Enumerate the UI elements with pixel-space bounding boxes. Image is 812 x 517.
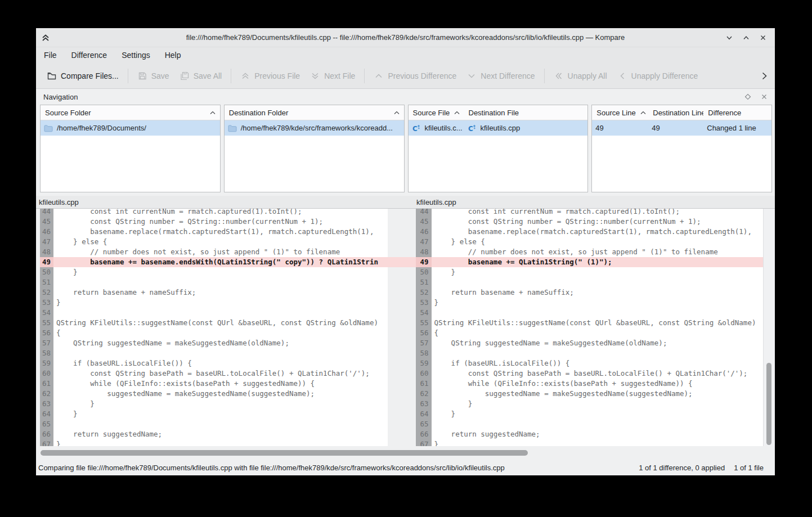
code-line[interactable]: 67 } <box>416 439 764 446</box>
files-row[interactable]: C kfileutils.c... C kfileutils.cpp <box>409 120 588 136</box>
code-line[interactable]: 54 <box>416 308 764 318</box>
difference-header-label: Difference <box>708 109 741 117</box>
code-line[interactable]: 60 const QString basePath = baseURL.toLo… <box>416 368 764 379</box>
source-folder-column-header[interactable]: Source Folder <box>41 105 220 120</box>
code-line[interactable]: 61 while (QFileInfo::exists(basePath + s… <box>40 379 388 389</box>
panel-float-button[interactable] <box>744 93 751 100</box>
code-line[interactable]: 53 } <box>40 298 388 308</box>
code-line[interactable]: 57 QString suggestedName = makeSuggested… <box>416 338 764 348</box>
code-line[interactable]: 49 basename += basename.endsWith(QLatin1… <box>40 257 388 267</box>
destination-folder-row[interactable]: /home/fhek789/kde/src/frameworks/kcoread… <box>225 120 404 136</box>
unapply-difference-button[interactable]: Unapply Difference <box>612 66 703 86</box>
code-line[interactable]: 51 <box>40 277 388 287</box>
code-line[interactable]: 59 if (baseURL.isLocalFile()) { <box>40 358 388 368</box>
code-line[interactable]: 48 // number does not exist, so just app… <box>40 247 388 257</box>
menu-difference[interactable]: Difference <box>64 47 115 63</box>
difference-row[interactable]: 49 49 Changed 1 line <box>592 120 771 136</box>
toolbar-separator <box>364 69 365 83</box>
panel-close-button[interactable] <box>761 93 768 100</box>
code-line[interactable]: 55 QString KFileUtils::suggestName(const… <box>416 318 764 328</box>
code-line[interactable]: 50 } <box>416 267 764 277</box>
source-line-column-header[interactable]: Source Line <box>592 105 648 120</box>
code-line[interactable]: 56 { <box>416 328 764 338</box>
line-text: if (baseURL.isLocalFile()) { <box>53 358 388 368</box>
toolbar-overflow-button[interactable] <box>760 63 768 88</box>
code-line[interactable]: 58 <box>40 348 388 358</box>
compare-files-button[interactable]: Compare Files... <box>42 66 124 86</box>
code-line[interactable]: 48 // number does not exist, so just app… <box>416 247 764 257</box>
cpp-file-icon: C <box>468 124 477 133</box>
code-line[interactable]: 46 basename.replace(rmatch.capturedStart… <box>40 227 388 237</box>
code-line[interactable]: 65 <box>416 419 764 429</box>
code-line[interactable]: 59 if (baseURL.isLocalFile()) { <box>416 358 764 368</box>
destination-diff-pane[interactable]: 44 const int currentNum = rmatch.capture… <box>416 209 764 446</box>
difference-column-header[interactable]: Difference <box>703 105 771 120</box>
code-line[interactable]: 45 const QString number = QString::numbe… <box>40 217 388 227</box>
line-number: 47 <box>416 237 432 247</box>
code-line[interactable]: 62 suggestedName = makeSuggestedName(sug… <box>40 389 388 399</box>
code-line[interactable]: 47 } else { <box>40 237 388 247</box>
destination-file-column-header[interactable]: Destination File <box>464 105 588 120</box>
titlebar: file:///home/fhek789/Documents/kfileutil… <box>36 28 775 47</box>
code-line[interactable]: 64 } <box>40 409 388 419</box>
code-line[interactable]: 50 } <box>40 267 388 277</box>
minimize-button[interactable] <box>724 33 734 43</box>
code-line[interactable]: 58 <box>416 348 764 358</box>
code-line[interactable]: 46 basename.replace(rmatch.capturedStart… <box>416 227 764 237</box>
code-line[interactable]: 54 <box>40 308 388 318</box>
code-line[interactable]: 56 { <box>40 328 388 338</box>
previous-file-button[interactable]: Previous File <box>235 66 305 86</box>
code-line[interactable]: 63 } <box>40 399 388 409</box>
code-line[interactable]: 55 QString KFileUtils::suggestName(const… <box>40 318 388 328</box>
source-diff-pane[interactable]: 44 const int currentNum = rmatch.capture… <box>40 209 388 446</box>
save-all-button[interactable]: Save All <box>174 66 227 86</box>
code-line[interactable]: 60 const QString basePath = baseURL.toLo… <box>40 368 388 379</box>
code-line[interactable]: 62 suggestedName = makeSuggestedName(sug… <box>416 389 764 399</box>
horizontal-scrollbar[interactable] <box>36 446 775 460</box>
line-text: while (QFileInfo::exists(basePath + sugg… <box>53 379 388 389</box>
code-line[interactable]: 53 } <box>416 298 764 308</box>
code-line[interactable]: 44 const int currentNum = rmatch.capture… <box>40 209 388 217</box>
line-text <box>53 277 388 287</box>
save-button[interactable]: Save <box>132 66 174 86</box>
code-line[interactable]: 66 return suggestedName; <box>40 429 388 439</box>
code-line[interactable]: 51 <box>416 277 764 287</box>
code-line[interactable]: 52 return basename + nameSuffix; <box>40 287 388 298</box>
maximize-button[interactable] <box>741 33 751 43</box>
vertical-scrollbar-thumb[interactable] <box>766 363 771 445</box>
source-file-column-header[interactable]: Source File <box>409 105 464 120</box>
close-button[interactable] <box>758 33 768 43</box>
previous-difference-button[interactable]: Previous Difference <box>369 66 461 86</box>
destination-folder-column-header[interactable]: Destination Folder <box>225 105 404 120</box>
code-line[interactable]: 63 } <box>416 399 764 409</box>
menu-settings[interactable]: Settings <box>114 47 158 63</box>
code-line[interactable]: 57 QString suggestedName = makeSuggested… <box>40 338 388 348</box>
status-difference-count: 1 of 1 difference, 0 applied <box>639 464 725 472</box>
code-line[interactable]: 67 } <box>40 439 388 446</box>
line-number: 63 <box>40 399 53 409</box>
horizontal-scrollbar-thumb[interactable] <box>41 450 528 456</box>
next-difference-button[interactable]: Next Difference <box>461 66 540 86</box>
code-line[interactable]: 61 while (QFileInfo::exists(basePath + s… <box>416 379 764 389</box>
destination-line-column-header[interactable]: Destination Line <box>648 105 703 120</box>
next-file-button[interactable]: Next File <box>305 66 360 86</box>
code-line[interactable]: 44 const int currentNum = rmatch.capture… <box>416 209 764 217</box>
line-number: 49 <box>416 257 432 267</box>
code-line[interactable]: 47 } else { <box>416 237 764 247</box>
vertical-scrollbar[interactable] <box>763 209 775 446</box>
menu-help[interactable]: Help <box>158 47 189 63</box>
code-line[interactable]: 52 return basename + nameSuffix; <box>416 287 764 298</box>
code-line[interactable]: 64 } <box>416 409 764 419</box>
menu-file[interactable]: File <box>37 47 64 63</box>
difference-value: Changed 1 line <box>707 124 756 132</box>
unapply-all-button[interactable]: Unapply All <box>549 66 612 86</box>
code-line[interactable]: 65 <box>40 419 388 429</box>
code-line[interactable]: 45 const QString number = QString::numbe… <box>416 217 764 227</box>
code-line[interactable]: 66 return suggestedName; <box>416 429 764 439</box>
source-folder-row[interactable]: /home/fhek789/Documents/ <box>41 120 220 136</box>
source-folder-header-label: Source Folder <box>45 109 91 117</box>
unapply-difference-icon <box>617 71 627 81</box>
destination-pane-title: kfileutils.cpp <box>414 198 763 206</box>
navigation-panel-titlebar: Navigation <box>36 89 775 105</box>
code-line[interactable]: 49 basename += QLatin1String(" (1)"); <box>416 257 764 267</box>
